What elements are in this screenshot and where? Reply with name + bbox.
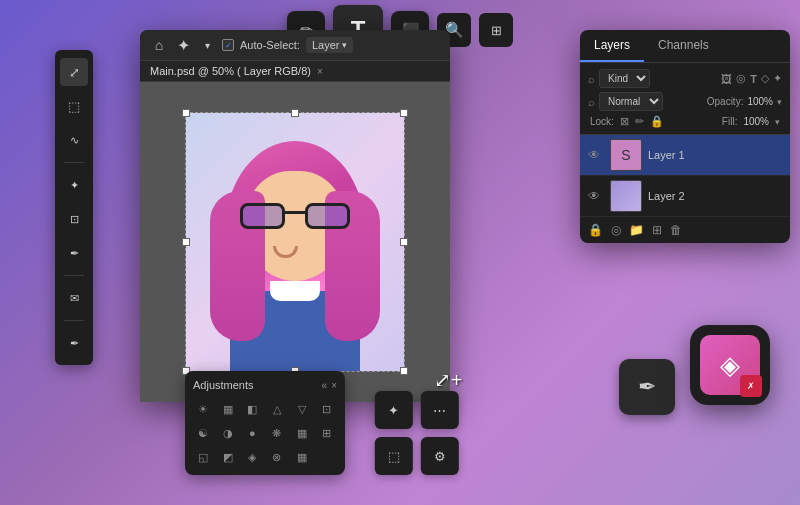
adj-pattern[interactable]: ▦	[292, 447, 312, 467]
main-toolbar: ⌂ ✦ ▾ ✓ Auto-Select: Layer ▾	[140, 30, 450, 61]
left-toolbar: ⤢ ⬚ ∿ ✦ ⊡ ✒ ✉ ✒	[55, 50, 93, 365]
adj-channel-mixer[interactable]: ❋	[267, 423, 287, 443]
transform-btn[interactable]: ⚙	[421, 437, 459, 475]
envelope-tool-btn[interactable]: ✉	[60, 284, 88, 312]
adj-close-icon[interactable]: ×	[331, 380, 337, 391]
adj-levels[interactable]: ▦	[218, 399, 238, 419]
adj-vibrance[interactable]: ▽	[292, 399, 312, 419]
filter-icon-2: ⌕	[588, 96, 595, 108]
blend-select[interactable]: Normal Multiply Screen	[599, 92, 663, 111]
layer-item-1[interactable]: 👁 S Layer 1	[580, 135, 790, 176]
fill-label: Fill:	[722, 116, 738, 127]
fill-arrow[interactable]: ▾	[775, 117, 780, 127]
adj-threshold[interactable]: ◩	[218, 447, 238, 467]
magic-tool-btn[interactable]: ✦	[60, 171, 88, 199]
layer-item-2[interactable]: 👁 Layer 2	[580, 176, 790, 217]
pen-icon: ✒	[638, 374, 656, 400]
lock-bottom-icon[interactable]: 🔒	[588, 223, 603, 237]
adj-photo-filter[interactable]: ●	[242, 423, 262, 443]
app-icon-badge: ✗	[740, 375, 762, 397]
artwork	[186, 113, 404, 371]
grid-tool-btn[interactable]: ⊞	[479, 13, 513, 47]
file-tab[interactable]: Main.psd @ 50% ( Layer RGB/8)	[150, 65, 311, 77]
tab-layers[interactable]: Layers	[580, 30, 644, 62]
icon-circle[interactable]: ◎	[736, 72, 746, 85]
eyedropper-btn[interactable]: ✒	[60, 239, 88, 267]
selection-btn[interactable]: ⬚	[375, 437, 413, 475]
main-window: ⌂ ✦ ▾ ✓ Auto-Select: Layer ▾ Main.psd @ …	[140, 30, 450, 402]
icon-image[interactable]: 🖼	[721, 73, 732, 85]
canvas-area	[140, 82, 450, 402]
circle-bottom-icon[interactable]: ◎	[611, 223, 621, 237]
adj-hue[interactable]: ⊡	[316, 399, 336, 419]
selection-tool-btn[interactable]: ⬚	[60, 92, 88, 120]
adj-exposure[interactable]: △	[267, 399, 287, 419]
layer-dropdown[interactable]: Layer ▾	[306, 37, 354, 53]
adj-curves[interactable]: ◧	[242, 399, 262, 419]
canvas-image	[185, 112, 405, 372]
lock-icon-brush[interactable]: ✏	[635, 115, 644, 128]
adj-black-white[interactable]: ◑	[218, 423, 238, 443]
folder-icon[interactable]: 📁	[629, 223, 644, 237]
app-icon-symbol: ◈	[720, 350, 740, 381]
panel-bottom-bar: 🔒 ◎ 📁 ⊞ 🗑	[580, 217, 790, 243]
opacity-arrow[interactable]: ▾	[777, 97, 782, 107]
handle-br[interactable]	[400, 367, 408, 375]
layer-2-thumbnail	[610, 180, 642, 212]
opacity-label: Opacity:	[707, 96, 744, 107]
app-icon-inner[interactable]: ◈ ✗	[700, 335, 760, 395]
crop-tool-btn[interactable]: ⊡	[60, 205, 88, 233]
layer-1-visibility[interactable]: 👁	[588, 148, 604, 162]
adj-collapse-icon[interactable]: «	[322, 380, 328, 391]
kind-select[interactable]: Kind	[599, 69, 650, 88]
adj-selective-color[interactable]: ⊗	[267, 447, 287, 467]
move-cursor-icon: ⤢+	[434, 368, 463, 392]
blend-row: ⌕ Normal Multiply Screen Opacity: 100% ▾	[588, 92, 782, 111]
layer-1-name: Layer 1	[648, 149, 782, 161]
layers-panel: Layers Channels ⌕ Kind 🖼 ◎ T ◇ ✦ ⌕ Norma…	[580, 30, 790, 243]
adj-invert[interactable]: ⊞	[316, 423, 336, 443]
handle-tm[interactable]	[291, 109, 299, 117]
opacity-value: 100%	[747, 96, 773, 107]
adj-title: Adjustments	[193, 379, 254, 391]
adj-header: Adjustments « ×	[193, 379, 337, 391]
badge-icon: ✗	[747, 381, 755, 391]
home-icon[interactable]: ⌂	[150, 36, 168, 54]
glasses-left	[240, 203, 285, 229]
glasses-right	[305, 203, 350, 229]
handle-rm[interactable]	[400, 238, 408, 246]
divider-3	[64, 320, 84, 321]
auto-select-checkbox[interactable]: ✓	[222, 39, 234, 51]
icon-type[interactable]: T	[750, 73, 757, 85]
move-tool-btn[interactable]: ⤢	[60, 58, 88, 86]
move-icon[interactable]: ✦	[174, 36, 192, 54]
divider-1	[64, 162, 84, 163]
tab-close-icon[interactable]: ×	[317, 66, 323, 77]
add-layer-icon[interactable]: ⊞	[652, 223, 662, 237]
glasses-bridge	[285, 211, 305, 214]
pen-tool-float[interactable]: ✒	[619, 359, 675, 415]
icon-star[interactable]: ✦	[773, 72, 782, 85]
handle-tr[interactable]	[400, 109, 408, 117]
handle-tl[interactable]	[182, 109, 190, 117]
handle-lm[interactable]	[182, 238, 190, 246]
adj-color-lookup[interactable]: ▦	[292, 423, 312, 443]
lasso-tool-btn[interactable]: ∿	[60, 126, 88, 154]
adj-brightness[interactable]: ☀	[193, 399, 213, 419]
delete-layer-icon[interactable]: 🗑	[670, 223, 682, 237]
auto-select-label: Auto-Select:	[240, 39, 300, 51]
tab-bar: Main.psd @ 50% ( Layer RGB/8) ×	[140, 61, 450, 82]
dropdown-arrow[interactable]: ▾	[198, 36, 216, 54]
adj-color-balance[interactable]: ☯	[193, 423, 213, 443]
adj-posterize[interactable]: ◱	[193, 447, 213, 467]
adj-icon-grid: ☀ ▦ ◧ △ ▽ ⊡ ☯ ◑ ● ❋ ▦ ⊞ ◱ ◩ ◈ ⊗ ▦	[193, 399, 337, 467]
magic-select-btn[interactable]: ✦	[375, 391, 413, 429]
layer-2-visibility[interactable]: 👁	[588, 189, 604, 203]
filter-icon: ⌕	[588, 73, 595, 85]
pen-tool-btn[interactable]: ✒	[60, 329, 88, 357]
lock-icon-pos[interactable]: 🔒	[650, 115, 664, 128]
icon-shape[interactable]: ◇	[761, 72, 769, 85]
adj-gradient-map[interactable]: ◈	[242, 447, 262, 467]
tab-channels[interactable]: Channels	[644, 30, 723, 62]
lock-icon-check[interactable]: ⊠	[620, 115, 629, 128]
